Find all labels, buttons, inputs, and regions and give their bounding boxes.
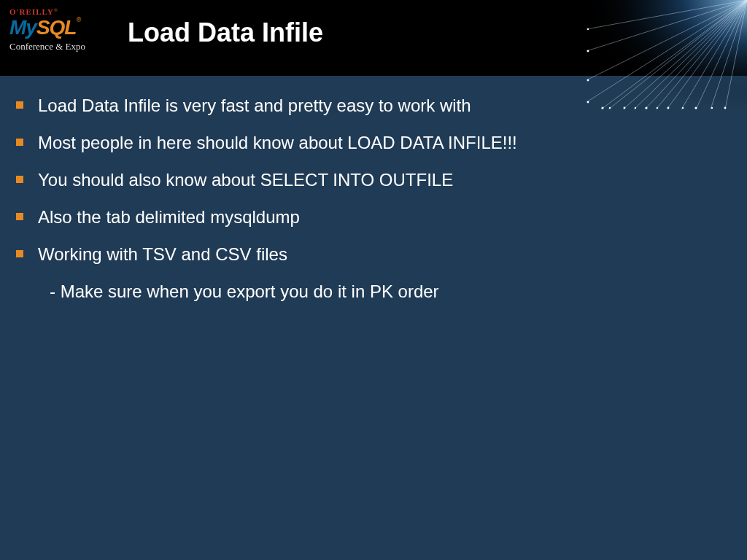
registered-mark-icon: ® [76,16,81,23]
sub-bullet-text: - Make sure when you export you do it in… [50,281,725,302]
logo-area: O'REILLY® MySQL® Conference & Expo [9,7,112,73]
list-item: Working with TSV and CSV files [16,244,725,265]
bullet-text: You should also know about SELECT INTO O… [38,169,453,191]
bullet-text: Also the tab delimited mysqldump [38,206,300,228]
bullet-text: Load Data Infile is very fast and pretty… [38,95,471,117]
list-item: Also the tab delimited mysqldump [16,206,725,228]
bullet-list: Load Data Infile is very fast and pretty… [16,95,725,265]
bullet-icon [16,176,23,183]
bullet-icon [16,101,23,109]
list-item: Load Data Infile is very fast and pretty… [16,95,725,117]
svg-point-7 [587,79,589,82]
oreilly-text: O'REILLY [9,7,54,16]
slide: O'REILLY® MySQL® Conference & Expo Load … [0,0,747,560]
bullet-text: Most people in here should know about LO… [38,132,517,154]
list-item: You should also know about SELECT INTO O… [16,169,725,191]
registered-mark-icon: ® [54,7,58,13]
mysql-my: My [9,16,36,39]
conference-expo-label: Conference & Expo [9,41,112,52]
header-band [0,0,747,76]
mysql-sql: SQL [36,16,77,39]
content-area: Load Data Infile is very fast and pretty… [16,95,725,302]
bullet-icon [16,213,23,220]
list-item: Most people in here should know about LO… [16,132,725,154]
bullet-text: Working with TSV and CSV files [38,244,287,265]
slide-title: Load Data Infile [128,18,323,48]
bullet-icon [16,250,23,257]
bullet-icon [16,139,23,146]
oreilly-brand: O'REILLY® [9,7,112,16]
mysql-logo: MySQL® [9,16,112,39]
